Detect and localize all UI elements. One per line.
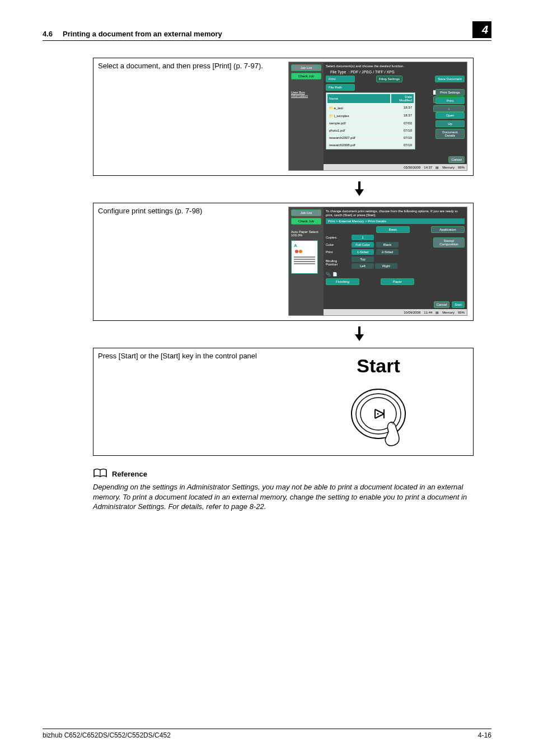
- copies-value[interactable]: 1: [352, 235, 374, 240]
- job-list-tab[interactable]: Job List: [291, 209, 321, 216]
- reference-body: Depending on the settings in Administrat…: [93, 482, 491, 512]
- step-1-box: Select a document, and then press [Print…: [93, 58, 474, 176]
- table-row[interactable]: research2007.pdf07/10: [327, 134, 414, 141]
- start-label: Start: [357, 355, 400, 377]
- paper-icon: 📄: [332, 272, 338, 277]
- check-job-tab[interactable]: Check Job: [291, 73, 321, 80]
- print-button[interactable]: Print: [435, 97, 465, 104]
- up-button[interactable]: Up: [435, 120, 465, 127]
- print-sides-label: Print: [326, 250, 349, 254]
- hint-text: To change document print settings, choos…: [326, 209, 465, 217]
- check-job-tab[interactable]: Check Job: [291, 218, 321, 225]
- print-settings-button[interactable]: Print Settings: [435, 89, 465, 96]
- reference-block: Reference Depending on the settings in A…: [93, 468, 491, 512]
- document-details-button[interactable]: Document Details: [435, 129, 465, 139]
- file-path-button[interactable]: File Path: [326, 84, 355, 91]
- paper-button[interactable]: Paper: [381, 278, 414, 285]
- arrow-down-icon: [227, 326, 491, 343]
- footer-model: bizhub C652/C652DS/C552/C552DS/C452: [43, 731, 171, 739]
- print-tab[interactable]: Print: [326, 76, 355, 82]
- file-type-value: : PDF / JPEG / TIFF / XPS: [348, 70, 394, 74]
- page-header: 4.6 Printing a document from an external…: [43, 21, 491, 41]
- binding-label: Binding Position: [326, 259, 349, 266]
- file-type-label: File Type: [330, 70, 346, 74]
- step-2-text: Configure print settings (p. 7-98): [98, 207, 283, 316]
- step-3-text: Press [Start] or the [Start] key in the …: [98, 352, 283, 451]
- one-sided-button[interactable]: 1-Sided: [352, 249, 374, 255]
- screenshot-2: Job List Check Job Auto Paper Select 100…: [288, 207, 467, 316]
- job-list-tab[interactable]: Job List: [291, 64, 321, 71]
- stamp-composition-button[interactable]: Stamp/ Composition: [433, 237, 465, 248]
- step-3-box: Press [Start] or the [Start] key in the …: [93, 348, 474, 456]
- user-box-info-link[interactable]: User Box Information: [291, 91, 321, 97]
- page-footer: bizhub C652/C652DS/C552/C552DS/C452 4-16: [43, 729, 491, 739]
- save-document-button[interactable]: Save Document: [435, 76, 465, 82]
- table-row[interactable]: 📁 e_test18:37: [327, 104, 414, 111]
- full-color-button[interactable]: Full Color: [352, 242, 374, 248]
- copies-label: Copies:: [326, 236, 349, 239]
- step-2-box: Configure print settings (p. 7-98) Job L…: [93, 203, 474, 321]
- bind-right-button[interactable]: Right: [375, 263, 397, 269]
- screenshot-1: Job List Check Job User Box Information …: [288, 62, 467, 171]
- color-label: Color: [326, 243, 349, 246]
- auto-paper-label: Auto Paper Select 100.0%: [291, 230, 321, 237]
- cancel-button[interactable]: Cancel: [448, 156, 465, 163]
- tab-basic[interactable]: Basic: [376, 226, 410, 233]
- filing-settings-button[interactable]: Filing Settings: [376, 76, 403, 82]
- chapter-badge: 4: [472, 21, 491, 38]
- hint-text: Select document(s) and choose the desire…: [326, 64, 465, 68]
- table-row[interactable]: research2008.pdf07/10: [327, 142, 414, 148]
- arrow-down-icon: [227, 181, 491, 198]
- finishing-icon: 📎: [326, 272, 331, 277]
- col-name: Name: [327, 94, 390, 103]
- footer-page: 4-16: [478, 731, 491, 739]
- book-icon: [93, 468, 107, 480]
- document-preview: A: [291, 240, 318, 274]
- start-key-icon: [345, 381, 412, 451]
- bind-left-button[interactable]: Left: [352, 263, 374, 269]
- step-1-text: Select a document, and then press [Print…: [98, 62, 283, 171]
- file-list: NameDate Modified 📁 e_test18:37 📁 i_samp…: [326, 92, 415, 150]
- svg-point-3: [377, 413, 379, 415]
- table-row[interactable]: sample.pdf07/02: [327, 120, 414, 126]
- black-button[interactable]: Black: [376, 242, 399, 248]
- section-title: Printing a document from an external mem…: [63, 30, 222, 38]
- col-date: Date Modified: [391, 94, 414, 103]
- tab-application[interactable]: Application: [431, 226, 465, 233]
- breadcrumb: Print > External Memory > Print Details: [326, 218, 465, 224]
- finishing-button[interactable]: Finishing: [326, 278, 359, 285]
- two-sided-button[interactable]: 2-Sided: [376, 249, 399, 255]
- reference-heading: Reference: [112, 470, 147, 478]
- open-button[interactable]: Open: [435, 112, 465, 119]
- section-number: 4.6: [43, 30, 53, 38]
- bind-top-button[interactable]: Top: [352, 256, 374, 262]
- start-button[interactable]: Start: [452, 301, 465, 308]
- cancel-button[interactable]: Cancel: [434, 301, 450, 308]
- table-row[interactable]: 📁 i_samples18:37: [327, 112, 414, 119]
- table-row[interactable]: photo1.pdf07/10: [327, 127, 414, 133]
